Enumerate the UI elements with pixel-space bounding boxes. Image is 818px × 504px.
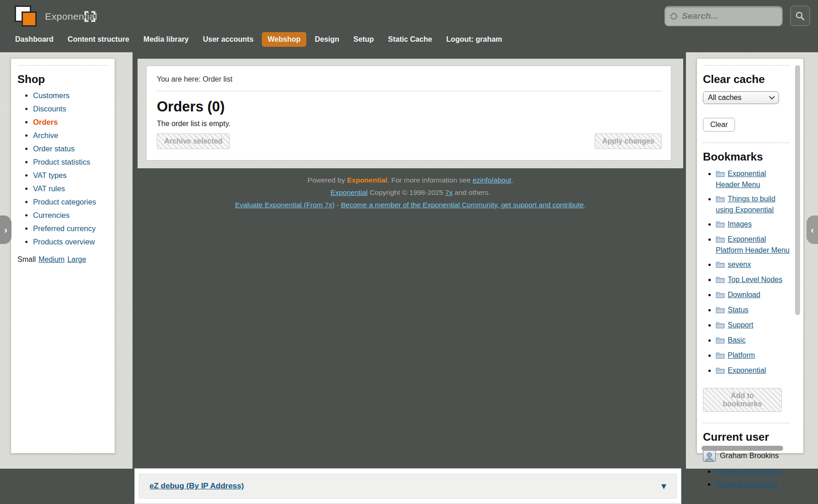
- current-user-links: Change information Change password: [703, 467, 790, 489]
- footer-link-become-member[interactable]: Become a member of the Exponential Commu…: [341, 201, 584, 209]
- collapse-right-panel-button[interactable]: ‹: [807, 216, 818, 244]
- debug-title-link[interactable]: eZ debug (By IP Address): [149, 482, 244, 491]
- bookmark-item[interactable]: Support: [716, 320, 790, 331]
- footer-brand: Exponential: [347, 176, 387, 184]
- current-user-name: Graham Brookins: [720, 451, 779, 460]
- sidebar-item-discounts[interactable]: Discounts: [33, 105, 108, 113]
- admin-screen: Exponential Dashboard Content structure: [0, 0, 818, 504]
- nav-item-logout[interactable]: Logout: graham: [440, 32, 508, 47]
- bookmarks-section: Bookmarks Exponential Header Menu Things…: [703, 150, 790, 412]
- folder-icon: [716, 195, 725, 205]
- sidebar-item-preferred-currency[interactable]: Preferred currency: [33, 224, 108, 233]
- right-sidebar-panel: Clear cache All caches Clear Bookmarks E…: [696, 58, 804, 454]
- sidebar-item-products-overview[interactable]: Products overview: [33, 238, 108, 246]
- footer-line-copyright: Exponential Copyright © 1998-2025 7x and…: [138, 186, 683, 199]
- bookmark-item[interactable]: Exponential: [716, 366, 790, 377]
- sidebar-item-currencies[interactable]: Currencies: [33, 211, 108, 220]
- archive-selected-button[interactable]: Archive selected: [157, 133, 230, 149]
- apply-changes-button[interactable]: Apply changes: [595, 133, 662, 149]
- nav-item-dashboard[interactable]: Dashboard: [9, 32, 60, 47]
- footer-link-evaluate[interactable]: Evaluate Exponential (From 7x): [235, 201, 335, 209]
- nav-item-user-accounts[interactable]: User accounts: [197, 32, 260, 47]
- size-link-medium[interactable]: Medium: [39, 255, 65, 263]
- bookmark-item[interactable]: Platform: [716, 350, 790, 361]
- search-button[interactable]: [790, 6, 810, 26]
- debug-collapse-icon[interactable]: ▼: [661, 482, 666, 490]
- sidebar-item-product-statistics[interactable]: Product statistics: [33, 158, 108, 166]
- footer-link-ezinfo-about[interactable]: ezinfo/about: [473, 176, 511, 184]
- search-input[interactable]: [682, 11, 802, 21]
- bookmarks-list: Exponential Header Menu Things to build …: [703, 169, 790, 377]
- cache-type-selected-value: All caches: [708, 94, 741, 102]
- exponential-logo-icon: [15, 6, 39, 29]
- folder-icon: [716, 260, 725, 271]
- footer-link-7x[interactable]: 7x: [445, 188, 453, 196]
- bookmark-item[interactable]: Exponential Header Menu: [716, 169, 790, 190]
- page-title: Orders (0): [157, 99, 662, 115]
- bookmark-item[interactable]: Top Level Nodes: [716, 275, 790, 286]
- footer-line-community: Evaluate Exponential (From 7x) - Become …: [138, 199, 683, 211]
- size-current-small: Small: [17, 255, 36, 263]
- sidebar-item-vat-rules[interactable]: VAT rules: [33, 184, 108, 193]
- clear-cache-button[interactable]: Clear: [703, 118, 735, 132]
- search-settings-icon[interactable]: [669, 12, 678, 21]
- debug-panel: eZ debug (By IP Address) ▼: [134, 468, 681, 504]
- folder-icon: [716, 321, 725, 331]
- divider: [703, 423, 790, 423]
- orders-button-row: Archive selected Apply changes: [157, 133, 662, 149]
- sidebar-item-product-categories[interactable]: Product categories: [33, 198, 108, 206]
- divider: [18, 65, 107, 66]
- change-password-item[interactable]: Change password: [716, 480, 790, 489]
- sidebar-item-order-status[interactable]: Order status: [33, 144, 108, 153]
- bookmark-item[interactable]: sevenx: [716, 260, 790, 271]
- clear-cache-title: Clear cache: [703, 73, 790, 86]
- bookmark-item[interactable]: Basic: [716, 335, 790, 346]
- bookmark-item[interactable]: Status: [716, 305, 790, 316]
- menu-size-controls: SmallMediumLarge: [17, 255, 108, 264]
- page-footer: Powered by Exponential. For more informa…: [138, 174, 683, 211]
- current-user-row: Graham Brookins: [703, 449, 790, 462]
- sidebar-item-customers[interactable]: Customers: [33, 91, 108, 100]
- chevron-down-icon: [769, 94, 775, 100]
- folder-icon: [716, 220, 725, 230]
- bookmark-item[interactable]: Exponential Platform Header Menu: [716, 234, 790, 255]
- logo-orange-square: [22, 11, 37, 27]
- nav-item-setup[interactable]: Setup: [348, 32, 380, 47]
- add-to-bookmarks-button[interactable]: Add to bookmarks: [703, 388, 782, 412]
- nav-item-media-library[interactable]: Media library: [138, 32, 195, 47]
- empty-list-message: The order list is empty.: [157, 120, 662, 128]
- current-user-section: Current user Graham Brookins Change info…: [703, 431, 790, 489]
- bookmark-item[interactable]: Images: [716, 219, 790, 230]
- top-header: Exponential Dashboard Content structure: [0, 0, 818, 52]
- nav-item-design[interactable]: Design: [309, 32, 345, 47]
- current-user-title: Current user: [703, 431, 790, 443]
- sidebar-item-orders[interactable]: Orders: [33, 118, 108, 127]
- nav-item-static-cache[interactable]: Static Cache: [382, 32, 438, 47]
- bookmark-item[interactable]: Things to build using Exponential: [716, 194, 790, 215]
- breadcrumb: You are here: Order list: [156, 73, 662, 91]
- right-panel-horizontal-scrollbar[interactable]: [702, 446, 783, 451]
- right-panel-vertical-scrollbar[interactable]: [795, 65, 800, 315]
- footer-link-exponential[interactable]: Exponential: [331, 188, 368, 196]
- nav-item-content-structure[interactable]: Content structure: [62, 32, 135, 47]
- sidebar-item-vat-types[interactable]: VAT types: [33, 171, 108, 180]
- search-box: [664, 6, 783, 26]
- main-navigation: Dashboard Content structure Media librar…: [9, 32, 510, 47]
- bookmark-item[interactable]: Download: [716, 290, 790, 301]
- folder-icon: [716, 306, 725, 316]
- orders-panel: You are here: Order list Orders (0) The …: [146, 66, 671, 161]
- debug-header: eZ debug (By IP Address) ▼: [139, 474, 677, 498]
- cache-type-select[interactable]: All caches: [703, 91, 779, 104]
- size-link-large[interactable]: Large: [67, 255, 86, 263]
- bookmarks-title: Bookmarks: [703, 150, 790, 163]
- sidebar-item-archive[interactable]: Archive: [33, 131, 108, 140]
- fullscreen-icon[interactable]: [83, 10, 96, 23]
- chevron-left-icon: ‹: [811, 225, 814, 235]
- shop-menu-list: Customers Discounts Orders Archive Order…: [17, 91, 108, 246]
- user-avatar: [703, 449, 716, 462]
- change-information-item[interactable]: Change information: [716, 467, 790, 476]
- folder-icon: [716, 291, 725, 301]
- expand-left-panel-button[interactable]: ›: [0, 216, 11, 244]
- folder-icon: [716, 336, 725, 346]
- nav-item-webshop[interactable]: Webshop: [262, 32, 307, 47]
